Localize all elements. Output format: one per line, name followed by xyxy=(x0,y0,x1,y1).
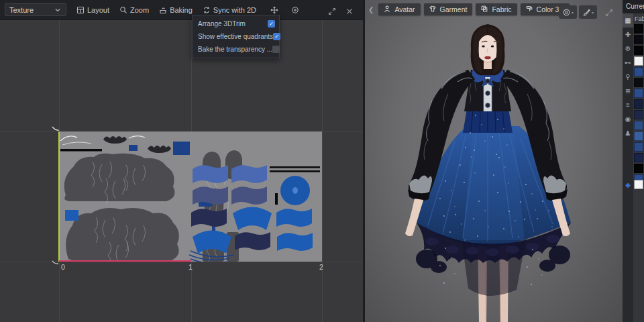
skirt-panel-piece[interactable] xyxy=(193,165,228,183)
skirt-panel-piece[interactable] xyxy=(231,186,267,205)
skirt-panel-piece[interactable] xyxy=(276,209,312,227)
sleeve-pattern-piece[interactable] xyxy=(64,154,175,201)
fabric-column-label: Fab xyxy=(633,13,644,24)
skirt-panel-piece[interactable] xyxy=(235,232,270,250)
view-settings-button[interactable] xyxy=(291,6,299,14)
fabric-list-icon[interactable]: ▦ xyxy=(623,13,633,28)
uv-2d-panel[interactable]: 0 1 2 Texture Layout Zoom xyxy=(0,0,363,322)
fabric-swatch[interactable] xyxy=(634,142,643,152)
trim-band[interactable] xyxy=(270,170,320,172)
garment-shirt-icon xyxy=(429,5,437,13)
fabric-square[interactable] xyxy=(65,210,78,221)
chevron-left-icon[interactable]: ❮ xyxy=(367,6,375,13)
menu-item[interactable]: Arrange 3DTrim✓ xyxy=(193,17,279,30)
zoom-button[interactable]: Zoom xyxy=(119,6,149,14)
fabric-swatch[interactable] xyxy=(634,67,643,76)
object-browser-sidebar: Current ▦✚⚙⊷⚲≣≡◉♟ Fab ◆ xyxy=(623,0,644,322)
zoom-label: Zoom xyxy=(130,6,149,14)
pattern-pieces[interactable] xyxy=(59,131,322,262)
fabric-swatch[interactable] xyxy=(634,89,643,98)
checkbox[interactable] xyxy=(272,46,280,53)
menu-item-label: Bake the transparency ... xyxy=(198,46,272,53)
avatar-icon[interactable]: ♟ xyxy=(623,126,633,140)
skirt-panel-piece[interactable] xyxy=(233,207,272,231)
sliders-icon[interactable]: ≡ xyxy=(623,98,633,112)
sync-with-2d-button[interactable]: Sync with 2D xyxy=(203,6,256,14)
trim-curve[interactable] xyxy=(129,136,145,138)
move-tool-button[interactable] xyxy=(270,6,278,14)
current-color-swatch[interactable] xyxy=(634,180,643,189)
brush-tool-button[interactable]: ▾ xyxy=(579,5,597,19)
chevron-down-icon xyxy=(54,6,62,14)
axis-origin-marker xyxy=(51,257,60,265)
cube-icon[interactable]: ◆ xyxy=(623,180,633,191)
lace-collar-piece[interactable] xyxy=(103,136,127,144)
fabric-swatch[interactable] xyxy=(634,164,643,173)
pin-icon[interactable]: ⚲ xyxy=(623,70,633,84)
add-icon[interactable]: ✚ xyxy=(623,28,633,42)
trim-band[interactable] xyxy=(275,193,278,205)
fabric-swatch[interactable] xyxy=(634,99,643,109)
target-icon[interactable]: ◉ xyxy=(623,112,633,126)
skirt-panel-piece[interactable] xyxy=(277,233,313,251)
avatar-person-icon xyxy=(384,5,392,13)
uv-y-axis xyxy=(58,131,60,262)
baking-icon xyxy=(159,6,167,14)
fabric-swatch[interactable] xyxy=(634,78,643,87)
skirt-panel-piece[interactable] xyxy=(191,209,227,227)
fabric-swatch[interactable] xyxy=(634,153,643,162)
texture-mode-select[interactable]: Texture xyxy=(5,3,66,16)
move-icon xyxy=(270,6,278,14)
tab-garment[interactable]: Garment xyxy=(424,3,473,15)
chevron-down-icon: ▾ xyxy=(592,10,594,15)
fabric-swatch[interactable] xyxy=(634,110,643,119)
trim-curve[interactable] xyxy=(62,142,91,145)
sleeve-pattern-piece[interactable] xyxy=(66,208,179,260)
layout-button[interactable]: Layout xyxy=(76,6,109,14)
uv-texture-canvas[interactable] xyxy=(59,131,322,262)
expand-panel-icon[interactable] xyxy=(328,6,336,14)
fabric-swatch[interactable] xyxy=(634,56,643,66)
fabric-layers-icon xyxy=(481,5,489,13)
skirt-panel-piece[interactable] xyxy=(193,186,228,205)
fabric-swatch[interactable] xyxy=(634,46,643,55)
x-tick-2: 2 xyxy=(319,263,323,271)
3d-viewport[interactable]: ❮ Avatar Garment Fabric Color 3D xyxy=(365,0,623,322)
tab-fabric[interactable]: Fabric xyxy=(476,3,517,15)
tab-avatar[interactable]: Avatar xyxy=(378,3,420,15)
fabric-swatch[interactable] xyxy=(634,121,643,130)
skirt-panel-piece[interactable] xyxy=(231,165,267,183)
gear-icon[interactable]: ⚙ xyxy=(623,42,633,56)
menu-item[interactable]: Show effective quadrants✓ xyxy=(193,30,279,43)
fabric-square[interactable] xyxy=(129,145,138,151)
uv-toolbar: Texture Layout Zoom Baking xyxy=(0,0,363,20)
trim-icon[interactable]: ⊷ xyxy=(623,56,633,70)
baking-button[interactable]: Baking xyxy=(159,6,193,14)
avatar-3d-render[interactable] xyxy=(365,0,623,322)
checkbox[interactable]: ✓ xyxy=(273,33,280,40)
sync-label: Sync with 2D xyxy=(213,6,256,14)
sync-icon xyxy=(203,6,211,14)
fabric-swatch[interactable] xyxy=(634,35,643,44)
menu-item-label: Arrange 3DTrim xyxy=(198,20,246,28)
render-button[interactable]: ▾ xyxy=(559,5,577,19)
close-panel-icon[interactable] xyxy=(345,6,354,14)
layers-icon[interactable]: ≣ xyxy=(623,84,633,98)
fabric-swatch[interactable] xyxy=(634,24,643,34)
trim-band[interactable] xyxy=(270,166,320,168)
fabric-square[interactable] xyxy=(173,142,190,155)
expand-viewport-icon[interactable] xyxy=(605,7,613,19)
avatar-head xyxy=(471,24,505,75)
sidebar-tool-strip: ▦✚⚙⊷⚲≣≡◉♟ xyxy=(623,13,633,322)
grid-line xyxy=(322,0,323,322)
checkbox[interactable]: ✓ xyxy=(268,20,275,28)
menu-item[interactable]: Bake the transparency ... xyxy=(193,43,279,56)
trim-band[interactable] xyxy=(60,149,102,152)
x-tick-0: 0 xyxy=(61,263,65,271)
axis-end-marker xyxy=(51,123,60,131)
lace-collar-piece[interactable] xyxy=(148,146,171,153)
fabric-swatch[interactable] xyxy=(634,131,643,141)
x-tick-1: 1 xyxy=(189,263,193,271)
tab-fabric-label: Fabric xyxy=(492,5,511,13)
trim-curve[interactable] xyxy=(60,136,77,141)
